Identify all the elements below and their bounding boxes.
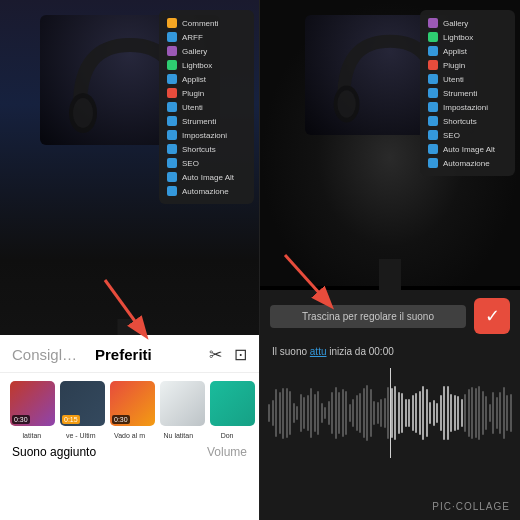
monitor-stand-right — [379, 259, 401, 291]
waveform-playhead — [390, 368, 391, 458]
pic-collage-watermark: PIC·COLLAGE — [432, 501, 510, 512]
r-menu-item-utenti: Utenti — [428, 72, 507, 86]
r-utenti-icon — [428, 74, 438, 84]
suono-info-bar: Il suono attu inizia da 00:00 — [260, 342, 520, 363]
menu-item-utenti: Utenti — [167, 100, 246, 114]
suono-attu-link[interactable]: attu — [310, 346, 327, 357]
shortcuts-icon — [167, 144, 177, 154]
right-bottom-panel: Trascina per regolare il suono ✓ Il suon… — [260, 290, 520, 520]
menu-item-shortcuts: Shortcuts — [167, 142, 246, 156]
track-thumb-1[interactable]: 0:30 — [10, 381, 55, 426]
track-thumb-3[interactable]: 0:30 — [110, 381, 155, 426]
menu-item-impostazioni: Impostazioni — [167, 128, 246, 142]
suono-info-rest: inizia da 00:00 — [327, 346, 394, 357]
r-menu-item-auto-image: Auto Image Alt — [428, 142, 507, 156]
waveform-area[interactable] — [268, 363, 512, 463]
applist-icon — [167, 74, 177, 84]
track-label-3: Vado al m — [108, 432, 152, 439]
lightbox-icon — [167, 60, 177, 70]
r-auto-image-icon — [428, 144, 438, 154]
r-menu-item-lightbox: Lightbox — [428, 30, 507, 44]
suono-info-text: Il suono — [272, 346, 310, 357]
track-badge-1: 0:30 — [12, 415, 30, 424]
bookmark-icon[interactable]: ⊡ — [234, 345, 247, 364]
menu-item-auto-image: Auto Image Alt — [167, 170, 246, 184]
r-automazione-icon — [428, 158, 438, 168]
r-menu-item-applist: Applist — [428, 44, 507, 58]
suono-aggiunto-label: Suono aggiunto — [12, 445, 96, 459]
left-panel: Commenti ARFF Gallery Lightbox Applist P… — [0, 0, 260, 520]
drag-hint: Trascina per regolare il suono — [270, 305, 466, 328]
impostazioni-icon — [167, 130, 177, 140]
r-menu-item-seo: SEO — [428, 128, 507, 142]
tabs-row: Consigl… Preferiti ✂ ⊡ — [0, 335, 259, 373]
r-plugin-icon — [428, 60, 438, 70]
volume-label: Volume — [207, 445, 247, 459]
strumenti-icon — [167, 116, 177, 126]
track-label-4: Nu latitan — [156, 432, 200, 439]
svg-point-7 — [337, 90, 355, 118]
track-label-1: latitan — [10, 432, 54, 439]
track-thumb-5[interactable] — [210, 381, 255, 426]
confirm-button[interactable]: ✓ — [474, 298, 510, 334]
track-label-5: Don — [205, 432, 249, 439]
menu-item-lightbox: Lightbox — [167, 58, 246, 72]
track-thumb-4[interactable] — [160, 381, 205, 426]
r-menu-item-impostazioni: Impostazioni — [428, 100, 507, 114]
r-lightbox-icon — [428, 32, 438, 42]
menu-item-gallery: Gallery — [167, 44, 246, 58]
automazione-icon — [167, 186, 177, 196]
auto-image-icon — [167, 172, 177, 182]
tab-icons: ✂ ⊡ — [209, 345, 247, 364]
action-bar: Trascina per regolare il suono ✓ — [260, 290, 520, 342]
plugin-icon — [167, 88, 177, 98]
r-strumenti-icon — [428, 88, 438, 98]
arff-icon — [167, 32, 177, 42]
left-bottom-panel: Consigl… Preferiti ✂ ⊡ 0:30 0:15 0:30 la… — [0, 335, 259, 520]
right-panel: Gallery Lightbox Applist Plugin Utenti S… — [260, 0, 520, 520]
menu-item-arff: ARFF — [167, 30, 246, 44]
menu-item-applist: Applist — [167, 72, 246, 86]
tab-consigli[interactable]: Consigl… — [12, 346, 77, 363]
checkmark-icon: ✓ — [485, 305, 500, 327]
menu-item-seo: SEO — [167, 156, 246, 170]
suono-row: Suono aggiunto Volume — [0, 439, 259, 459]
tab-preferiti[interactable]: Preferiti — [95, 346, 152, 363]
commenti-icon — [167, 18, 177, 28]
seo-icon — [167, 158, 177, 168]
utenti-icon — [167, 102, 177, 112]
track-thumb-2[interactable]: 0:15 — [60, 381, 105, 426]
track-badge-2: 0:15 — [62, 415, 80, 424]
right-menu-overlay: Gallery Lightbox Applist Plugin Utenti S… — [420, 10, 515, 176]
r-gallery-icon — [428, 18, 438, 28]
r-menu-item-automazione: Automazione — [428, 156, 507, 170]
r-shortcuts-icon — [428, 116, 438, 126]
menu-item-automazione: Automazione — [167, 184, 246, 198]
r-menu-item-plugin: Plugin — [428, 58, 507, 72]
track-badge-3: 0:30 — [112, 415, 130, 424]
menu-item-commenti: Commenti — [167, 16, 246, 30]
scissors-icon[interactable]: ✂ — [209, 345, 222, 364]
r-menu-item-shortcuts: Shortcuts — [428, 114, 507, 128]
r-menu-item-strumenti: Strumenti — [428, 86, 507, 100]
r-seo-icon — [428, 130, 438, 140]
menu-item-strumenti: Strumenti — [167, 114, 246, 128]
gallery-icon — [167, 46, 177, 56]
svg-point-1 — [73, 98, 93, 128]
track-labels: latitan ve - Ultim Vado al m Nu latitan … — [0, 432, 259, 439]
left-menu-overlay: Commenti ARFF Gallery Lightbox Applist P… — [159, 10, 254, 204]
r-impostazioni-icon — [428, 102, 438, 112]
track-label-2: ve - Ultim — [59, 432, 103, 439]
r-applist-icon — [428, 46, 438, 56]
thumbnails-row: 0:30 0:15 0:30 — [0, 373, 259, 434]
r-menu-item-gallery: Gallery — [428, 16, 507, 30]
menu-item-plugin: Plugin — [167, 86, 246, 100]
